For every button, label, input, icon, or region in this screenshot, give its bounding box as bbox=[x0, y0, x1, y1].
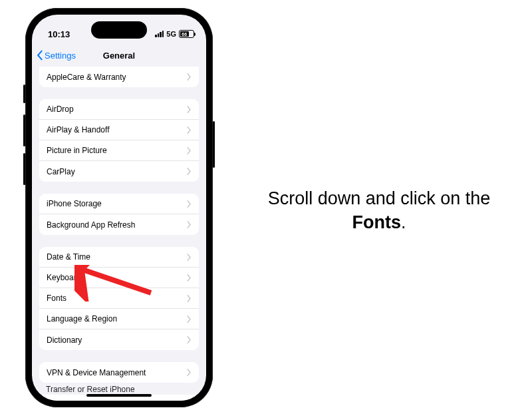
row-label: Fonts bbox=[47, 294, 66, 303]
nav-title: General bbox=[32, 51, 206, 61]
chevron-right-icon bbox=[187, 295, 192, 302]
instruction-prefix: Scroll down and click on the bbox=[268, 188, 491, 208]
row-label: Date & Time bbox=[47, 252, 90, 262]
chevron-right-icon bbox=[187, 336, 192, 343]
status-time: 10:13 bbox=[48, 29, 70, 39]
side-button bbox=[23, 114, 25, 146]
row-label: iPhone Storage bbox=[47, 199, 102, 208]
chevron-right-icon bbox=[187, 147, 192, 154]
row-airdrop[interactable]: AirDrop bbox=[39, 99, 199, 120]
chevron-right-icon bbox=[187, 254, 192, 261]
chevron-right-icon bbox=[187, 369, 192, 376]
row-carplay[interactable]: CarPlay bbox=[39, 161, 199, 182]
chevron-right-icon bbox=[187, 168, 192, 175]
row-picture-in-picture[interactable]: Picture in Picture bbox=[39, 140, 199, 161]
side-button bbox=[213, 121, 215, 168]
chevron-right-icon bbox=[187, 73, 192, 81]
row-label: Legal & Regulatory bbox=[47, 401, 114, 401]
row-dictionary[interactable]: Dictionary bbox=[39, 329, 199, 350]
settings-scroll[interactable]: AppleCare & Warranty AirDrop AirPlay & H… bbox=[32, 67, 206, 401]
side-button bbox=[23, 85, 25, 103]
row-label: AirDrop bbox=[47, 104, 74, 114]
row-label: Background App Refresh bbox=[47, 220, 135, 230]
row-label: Dictionary bbox=[47, 335, 82, 345]
row-keyboard[interactable]: Keyboard bbox=[39, 268, 199, 288]
row-transfer-reset-cutoff: Transfer or Reset iPhone bbox=[46, 385, 135, 394]
chevron-right-icon bbox=[187, 200, 192, 208]
row-label: Language & Region bbox=[47, 314, 117, 323]
settings-group: VPN & Device Management bbox=[39, 362, 199, 383]
row-iphone-storage[interactable]: iPhone Storage bbox=[39, 194, 199, 214]
row-label: AirPlay & Handoff bbox=[47, 125, 110, 134]
dynamic-island bbox=[91, 21, 147, 39]
row-airplay-handoff[interactable]: AirPlay & Handoff bbox=[39, 120, 199, 140]
battery-level: 66 bbox=[182, 32, 187, 37]
row-date-time[interactable]: Date & Time bbox=[39, 247, 199, 268]
row-label: AppleCare & Warranty bbox=[47, 73, 126, 82]
instruction-text: Scroll down and click on the Fonts. bbox=[243, 186, 515, 235]
network-label: 5G bbox=[166, 30, 176, 38]
row-label: CarPlay bbox=[47, 167, 75, 176]
chevron-right-icon bbox=[187, 126, 192, 134]
settings-group: AirDrop AirPlay & Handoff Picture in Pic… bbox=[39, 99, 199, 182]
home-indicator[interactable] bbox=[86, 394, 152, 397]
side-button bbox=[23, 153, 25, 185]
settings-group: iPhone Storage Background App Refresh bbox=[39, 194, 199, 235]
nav-bar: Settings General bbox=[32, 44, 206, 67]
settings-group: AppleCare & Warranty bbox=[39, 67, 199, 87]
instruction-suffix: . bbox=[401, 212, 406, 232]
row-label: Keyboard bbox=[47, 273, 80, 282]
chevron-right-icon bbox=[187, 315, 192, 323]
row-language-region[interactable]: Language & Region bbox=[39, 309, 199, 329]
phone-screen: 10:13 5G 66 Settings General AppleCare &… bbox=[32, 15, 206, 401]
row-applecare-warranty[interactable]: AppleCare & Warranty bbox=[39, 67, 199, 87]
instruction-bold: Fonts bbox=[352, 212, 401, 232]
row-fonts[interactable]: Fonts bbox=[39, 288, 199, 309]
battery-icon: 66 bbox=[179, 30, 194, 38]
chevron-right-icon bbox=[187, 274, 192, 282]
row-vpn-device-management[interactable]: VPN & Device Management bbox=[39, 362, 199, 383]
row-label: Picture in Picture bbox=[47, 146, 107, 155]
settings-group: Date & Time Keyboard Fonts Language & Re… bbox=[39, 247, 199, 350]
chevron-right-icon bbox=[187, 221, 192, 228]
row-background-app-refresh[interactable]: Background App Refresh bbox=[39, 214, 199, 235]
chevron-right-icon bbox=[187, 106, 192, 113]
status-right: 5G 66 bbox=[155, 30, 194, 38]
signal-icon bbox=[155, 31, 164, 37]
row-label: VPN & Device Management bbox=[47, 368, 146, 377]
phone-frame: 10:13 5G 66 Settings General AppleCare &… bbox=[25, 8, 213, 407]
